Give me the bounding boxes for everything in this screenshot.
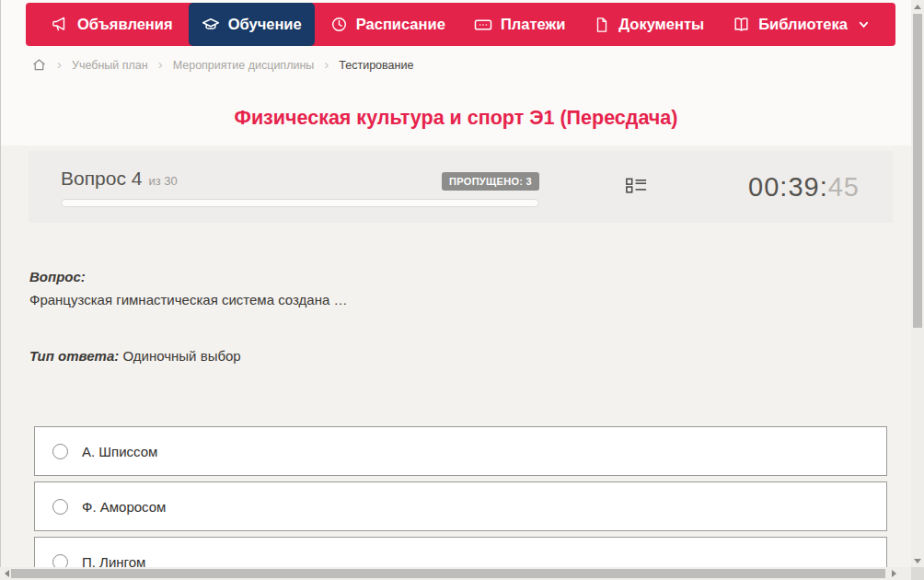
question-progress-group: Вопрос 4 из 30 ПРОПУЩЕНО: 3 [61, 168, 539, 207]
question-total: из 30 [148, 174, 177, 188]
breadcrumb: › Учебный план › Мероприятие дисциплины … [31, 57, 413, 73]
answer-option-label: Ф. Аморосом [82, 499, 166, 515]
question-number: Вопрос 4 [61, 168, 142, 190]
timer-seconds: 45 [828, 172, 860, 202]
megaphone-icon [52, 16, 69, 33]
book-icon [733, 16, 750, 33]
clock-icon [330, 16, 348, 33]
browser-viewport: Объявления Обучение Расписание Платежи [0, 0, 924, 580]
scroll-up-arrow-icon[interactable] [911, 0, 924, 13]
breadcrumb-separator: › [158, 57, 163, 71]
banknote-icon [474, 16, 492, 34]
chevron-down-icon [858, 18, 870, 30]
breadcrumb-separator: › [324, 57, 329, 71]
breadcrumb-testing: Тестирование [339, 59, 413, 72]
horizontal-scrollbar[interactable] [0, 567, 911, 580]
nav-item-payments[interactable]: Платежи [461, 3, 578, 46]
radio-button[interactable] [52, 554, 68, 568]
answer-type-value: Одиночный выбор [122, 348, 240, 364]
breadcrumb-discipline-event[interactable]: Мероприятие дисциплины [173, 59, 315, 72]
progress-bar [61, 199, 539, 207]
home-icon[interactable] [31, 57, 47, 73]
main-nav: Объявления Обучение Расписание Платежи [26, 3, 895, 46]
nav-item-education[interactable]: Обучение [189, 3, 315, 46]
timer: 00:39:45 [748, 172, 874, 203]
nav-item-label: Обучение [228, 16, 302, 33]
nav-item-schedule[interactable]: Расписание [318, 3, 458, 46]
vertical-scrollbar[interactable] [911, 0, 924, 567]
nav-item-label: Расписание [356, 16, 445, 33]
document-icon [594, 17, 610, 33]
skipped-badge: ПРОПУЩЕНО: 3 [442, 172, 539, 191]
nav-item-library[interactable]: Библиотека [720, 3, 883, 46]
graduation-cap-icon [202, 16, 220, 34]
nav-item-label: Объявления [77, 16, 173, 33]
page-title: Физическая культура и спорт Э1 (Пересдач… [1, 107, 911, 130]
answer-option-label: А. Шписсом [82, 444, 157, 459]
answer-options: А. Шписсом Ф. Аморосом П. Лингом [34, 426, 887, 567]
nav-item-label: Документы [618, 16, 704, 33]
answer-option-2[interactable]: Ф. Аморосом [34, 481, 887, 531]
timer-hours-minutes: 00:39: [748, 172, 828, 202]
question-list-icon[interactable] [624, 175, 649, 200]
question-label: Вопрос: [29, 269, 347, 284]
question-block: Вопрос: Французская гимнастическая систе… [29, 269, 347, 364]
horizontal-scrollbar-thumb[interactable] [11, 569, 885, 578]
scroll-down-arrow-icon[interactable] [911, 554, 924, 567]
scrollbar-corner [911, 567, 924, 580]
answer-option-1[interactable]: А. Шписсом [34, 426, 887, 476]
page-content: Объявления Обучение Расписание Платежи [0, 0, 911, 567]
answer-type-label: Тип ответа: [29, 348, 119, 364]
vertical-scrollbar-thumb[interactable] [913, 14, 922, 328]
breadcrumb-curriculum[interactable]: Учебный план [72, 59, 148, 72]
radio-button[interactable] [52, 499, 68, 515]
nav-item-label: Платежи [501, 16, 565, 33]
nav-item-announcements[interactable]: Объявления [39, 3, 186, 46]
nav-item-label: Библиотека [758, 16, 848, 33]
answer-option-label: П. Лингом [82, 554, 145, 568]
question-text: Французская гимнастическая система созда… [29, 292, 347, 307]
answer-type-row: Тип ответа: Одиночный выбор [29, 348, 347, 364]
question-header-card: Вопрос 4 из 30 ПРОПУЩЕНО: 3 00:39:45 [29, 151, 893, 223]
radio-button[interactable] [52, 444, 68, 459]
answer-option-3[interactable]: П. Лингом [34, 537, 887, 567]
nav-item-documents[interactable]: Документы [581, 3, 717, 46]
breadcrumb-separator: › [57, 57, 62, 71]
scroll-right-arrow-icon[interactable] [887, 567, 900, 580]
